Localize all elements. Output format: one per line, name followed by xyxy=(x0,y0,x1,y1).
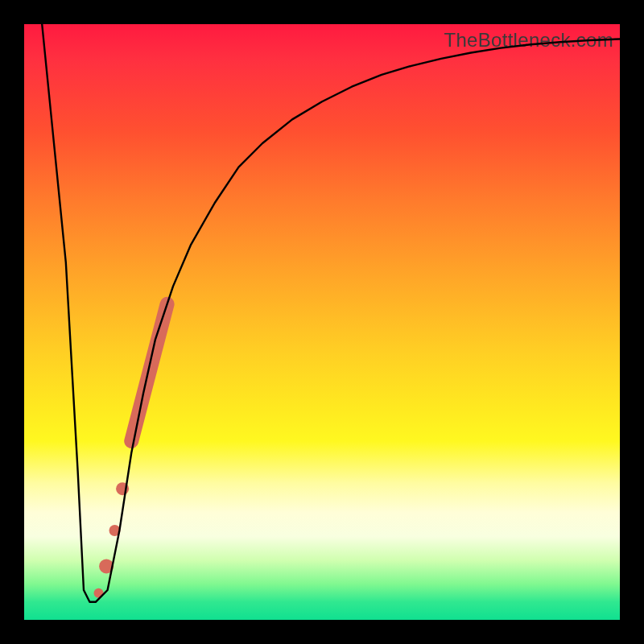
chart-frame: TheBottleneck.com xyxy=(0,0,644,644)
highlight-segment xyxy=(131,304,167,441)
chart-svg xyxy=(24,24,620,620)
bottleneck-curve-path xyxy=(42,24,620,602)
highlight-markers xyxy=(94,304,167,598)
plot-area: TheBottleneck.com xyxy=(24,24,620,620)
